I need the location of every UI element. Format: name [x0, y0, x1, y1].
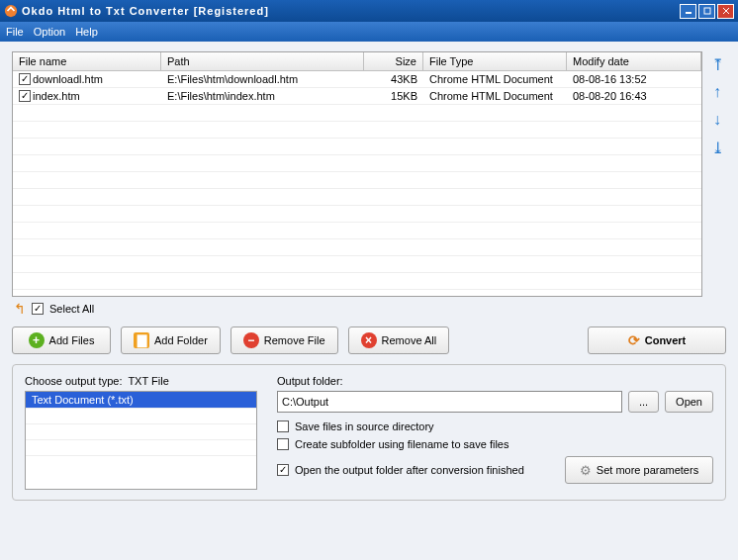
- convert-icon: ⟳: [628, 332, 640, 348]
- browse-button[interactable]: ...: [628, 391, 659, 413]
- row-checkbox[interactable]: [19, 90, 31, 102]
- menu-help[interactable]: Help: [75, 26, 98, 38]
- table-row[interactable]: [13, 206, 701, 223]
- table-row[interactable]: [13, 223, 701, 239]
- table-row[interactable]: index.htmE:\Files\htm\index.htm15KBChrom…: [13, 88, 701, 105]
- file-size: 43KB: [364, 73, 423, 85]
- table-header: File name Path Size File Type Modify dat…: [13, 52, 701, 71]
- minus-icon: −: [243, 332, 259, 348]
- window-title: Okdo Html to Txt Converter [Registered]: [22, 5, 678, 17]
- title-bar: Okdo Html to Txt Converter [Registered]: [0, 0, 738, 22]
- row-checkbox[interactable]: [19, 73, 31, 85]
- plus-icon: +: [29, 332, 45, 348]
- table-row[interactable]: [13, 273, 701, 290]
- type-item-txt[interactable]: Text Document (*.txt): [26, 392, 256, 408]
- remove-all-button[interactable]: ×Remove All: [348, 327, 450, 354]
- table-row[interactable]: [13, 139, 701, 155]
- move-top-icon[interactable]: ⤒: [708, 55, 726, 73]
- select-all-label: Select All: [49, 303, 94, 315]
- svg-rect-2: [704, 8, 710, 14]
- open-after-label: Open the output folder after conversion …: [295, 464, 524, 476]
- output-panel: Choose output type: TXT File Text Docume…: [12, 364, 726, 501]
- open-button[interactable]: Open: [665, 391, 713, 413]
- x-icon: ×: [361, 332, 377, 348]
- col-size[interactable]: Size: [364, 52, 423, 70]
- close-button[interactable]: [717, 4, 734, 19]
- file-path: E:\Files\htm\index.htm: [161, 90, 364, 102]
- table-row[interactable]: [13, 172, 701, 189]
- move-down-icon[interactable]: ↓: [708, 111, 726, 129]
- file-name: downloadl.htm: [33, 73, 103, 85]
- file-date: 08-08-16 13:52: [567, 73, 701, 85]
- table-row[interactable]: [13, 122, 701, 139]
- table-row[interactable]: [13, 239, 701, 256]
- file-path: E:\Files\htm\downloadl.htm: [161, 73, 364, 85]
- minimize-button[interactable]: [680, 4, 696, 19]
- select-all-checkbox[interactable]: [32, 303, 44, 315]
- move-bottom-icon[interactable]: ⤓: [708, 139, 726, 156]
- table-row[interactable]: [13, 155, 701, 172]
- add-files-button[interactable]: +Add Files: [12, 327, 111, 354]
- output-folder-label: Output folder:: [277, 375, 713, 387]
- file-type: Chrome HTML Document: [423, 90, 567, 102]
- add-folder-button[interactable]: ▇Add Folder: [121, 327, 221, 354]
- save-source-label: Save files in source directory: [295, 420, 434, 432]
- create-subfolder-label: Create subfolder using filename to save …: [295, 438, 508, 450]
- table-row[interactable]: [13, 105, 701, 122]
- more-parameters-button[interactable]: ⚙Set more parameters: [565, 456, 713, 484]
- file-size: 15KB: [364, 90, 423, 102]
- save-source-checkbox[interactable]: [277, 420, 289, 432]
- open-after-checkbox[interactable]: [277, 464, 289, 476]
- gear-icon: ⚙: [580, 463, 592, 478]
- app-icon: [4, 4, 18, 18]
- table-row[interactable]: [13, 290, 701, 297]
- up-folder-icon[interactable]: ↰: [14, 301, 26, 317]
- file-date: 08-08-20 16:43: [567, 90, 701, 102]
- create-subfolder-checkbox[interactable]: [277, 438, 289, 450]
- output-type-list[interactable]: Text Document (*.txt): [25, 391, 257, 490]
- output-folder-input[interactable]: [277, 391, 622, 413]
- output-type-label: Choose output type:: [25, 375, 122, 387]
- menu-file[interactable]: File: [6, 26, 24, 38]
- table-row[interactable]: [13, 256, 701, 273]
- file-table: File name Path Size File Type Modify dat…: [12, 51, 702, 297]
- menu-option[interactable]: Option: [34, 26, 65, 38]
- menu-bar: File Option Help: [0, 22, 738, 42]
- remove-file-button[interactable]: −Remove File: [231, 327, 338, 354]
- file-type: Chrome HTML Document: [423, 73, 567, 85]
- col-date[interactable]: Modify date: [567, 52, 701, 70]
- convert-button[interactable]: ⟳Convert: [588, 327, 726, 354]
- col-type[interactable]: File Type: [423, 52, 567, 70]
- reorder-controls: ⤒ ↑ ↓ ⤓: [708, 51, 726, 297]
- col-path[interactable]: Path: [161, 52, 364, 70]
- folder-icon: ▇: [134, 332, 149, 348]
- table-row[interactable]: downloadl.htmE:\Files\htm\downloadl.htm4…: [13, 71, 701, 88]
- maximize-button[interactable]: [698, 4, 715, 19]
- table-row[interactable]: [13, 189, 701, 206]
- output-type-value: TXT File: [128, 375, 168, 387]
- move-up-icon[interactable]: ↑: [708, 83, 726, 101]
- col-name[interactable]: File name: [13, 52, 161, 70]
- file-name: index.htm: [33, 90, 80, 102]
